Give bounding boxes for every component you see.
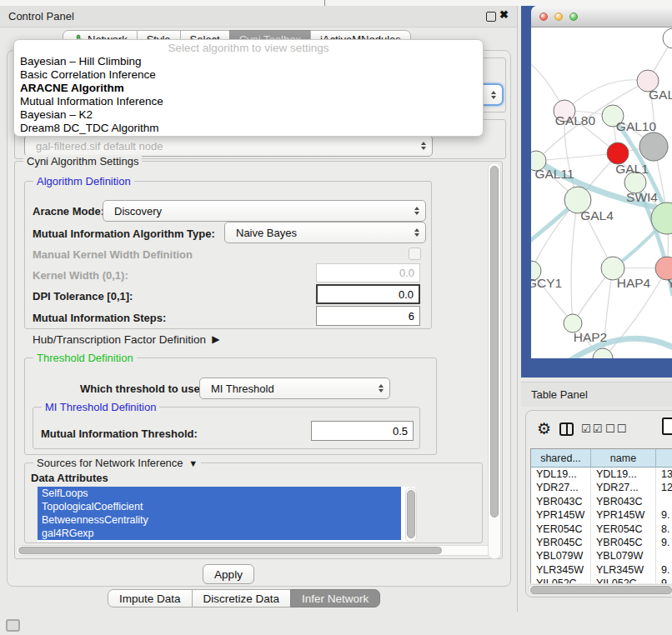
mi-threshold-field[interactable]: 0.5 <box>311 421 414 441</box>
algorithm-option-bayesian-k2[interactable]: Bayesian – K2 <box>14 108 483 122</box>
network-view-window[interactable]: GALGAL80GAL10GAL1GAL11SWI4GAL4GCY1HAP4YH… <box>521 6 672 378</box>
mi-threshold-label: Mutual Information Threshold: <box>41 428 198 440</box>
column-header-shared[interactable]: shared... <box>531 449 591 468</box>
table-cell[interactable]: YBL079W <box>591 549 656 562</box>
split-columns-icon[interactable] <box>559 422 574 436</box>
attribute-item-selfloops[interactable]: SelfLoops <box>38 487 401 500</box>
algorithm-option-aracne-algorithm[interactable]: ARACNE Algorithm <box>14 82 483 95</box>
minimized-panel-icon[interactable] <box>6 619 20 632</box>
network-combobox[interactable]: gal-filtered.sif default node <box>24 135 433 157</box>
network-graph[interactable]: GALGAL80GAL10GAL1GAL11SWI4GAL4GCY1HAP4YH… <box>531 28 672 358</box>
which-threshold-combobox[interactable]: MI Threshold <box>199 378 390 399</box>
settings-horizontal-scrollbar[interactable] <box>16 545 494 556</box>
attribute-item-topologicalcoefficient[interactable]: TopologicalCoefficient <box>38 500 401 513</box>
hub-definition-toggle[interactable]: Hub/Transcription Factor Definition ▶ <box>33 333 219 346</box>
table-row[interactable]: YPR145WYPR145W9. <box>531 508 672 522</box>
settings-vertical-scrollbar[interactable] <box>488 162 501 559</box>
node-label-gal: GAL <box>649 88 672 102</box>
table-cell[interactable]: YIL052C <box>531 577 591 583</box>
table-row[interactable]: YIL052CYIL052C9. <box>531 577 672 583</box>
column-header-name[interactable]: name <box>591 449 656 468</box>
table-cell[interactable]: YPR145W <box>531 508 591 522</box>
collapse-down-arrow-icon[interactable]: ▼ <box>186 458 198 468</box>
table-row[interactable]: YBR045CYBR045C9. <box>531 536 672 549</box>
node-attribute-table[interactable]: shared...nameA YDL19...YDL19...13YDR27..… <box>530 448 672 583</box>
float-window-icon[interactable] <box>486 12 496 22</box>
apply-button[interactable]: Apply <box>203 564 254 584</box>
table-row[interactable]: YBL079WYBL079W <box>531 549 672 562</box>
table-horizontal-scrollbar[interactable] <box>528 584 672 594</box>
table-cell[interactable]: YIL052C <box>591 577 656 583</box>
tab-infer-network[interactable]: Infer Network <box>290 589 380 608</box>
settings-group-title: Cyni Algorithm Settings <box>23 155 142 168</box>
table-cell[interactable]: 9. <box>656 577 672 583</box>
table-row[interactable]: YDR27...YDR27...12 <box>531 481 672 494</box>
table-cell[interactable]: YDL19... <box>591 468 656 481</box>
divider-tick <box>324 0 325 6</box>
column-header-a[interactable]: A <box>656 449 672 468</box>
algorithm-option-bayesian-hill-climbing[interactable]: Bayesian – Hill Climbing <box>14 55 483 68</box>
table-panel-title: Table Panel <box>531 388 588 401</box>
attribute-list-scrollbar[interactable] <box>405 488 417 542</box>
table-row[interactable]: YLR345WYLR345W9. <box>531 563 672 577</box>
aracne-mode-combobox[interactable]: Discovery <box>103 200 426 222</box>
dpi-tolerance-field[interactable]: 0.0 <box>316 284 420 304</box>
checkbox-pair-checked-icon[interactable]: ☑☑ <box>581 422 604 435</box>
table-cell[interactable]: YPR145W <box>591 508 656 522</box>
mi-type-combobox[interactable]: Naive Bayes <box>224 222 426 243</box>
table-cell[interactable]: YBR043C <box>591 495 656 508</box>
table-header-row[interactable]: shared...nameA <box>531 449 672 468</box>
algorithm-option-dream8-dc-tdc-algorithm[interactable]: Dream8 DC_TDC Algorithm <box>14 122 483 135</box>
table-row[interactable]: YDL19...YDL19...13 <box>531 468 672 481</box>
gear-icon[interactable]: ⚙ <box>537 419 551 438</box>
close-icon[interactable]: ✖ <box>499 8 509 21</box>
table-cell[interactable]: 8. <box>656 522 672 536</box>
kernel-width-field[interactable]: 0.0 <box>316 263 420 282</box>
table-cell[interactable]: YDR27... <box>591 481 656 494</box>
table-cell[interactable] <box>656 495 672 508</box>
close-traffic-light-icon[interactable] <box>539 12 548 21</box>
tab-discretize-data[interactable]: Discretize Data <box>192 589 292 608</box>
mi-steps-field[interactable]: 6 <box>316 306 420 326</box>
dpi-tolerance-label: DPI Tolerance [0,1]: <box>33 290 133 302</box>
algorithm-option-mutual-information-inference[interactable]: Mutual Information Inference <box>14 95 483 108</box>
sources-group-title[interactable]: Sources for Network Inference ▼ <box>33 457 201 469</box>
table-cell[interactable]: YBR045C <box>531 536 591 549</box>
algorithm-option-basic-correlation-inference[interactable]: Basic Correlation Inference <box>14 68 483 82</box>
table-cell[interactable]: YDR27... <box>531 481 591 494</box>
table-cell[interactable]: YBR043C <box>531 495 591 508</box>
manual-kernel-checkbox[interactable] <box>409 248 421 260</box>
table-cell[interactable]: YBL079W <box>531 549 591 562</box>
table-cell[interactable]: YBR045C <box>591 536 656 549</box>
document-icon[interactable] <box>662 418 672 435</box>
network-canvas[interactable]: GALGAL80GAL10GAL1GAL11SWI4GAL4GCY1HAP4YH… <box>531 28 672 358</box>
table-body[interactable]: YDL19...YDL19...13YDR27...YDR27...12YBR0… <box>531 468 672 583</box>
attribute-item-gal4rgexp[interactable]: gal4RGexp <box>38 527 401 540</box>
table-cell[interactable]: YLR345W <box>591 563 656 577</box>
network-window-titlebar[interactable] <box>531 6 672 28</box>
node-top-partial[interactable] <box>663 28 672 48</box>
zoom-traffic-light-icon[interactable] <box>569 12 578 21</box>
tab-impute-data[interactable]: Impute Data <box>108 589 193 608</box>
table-cell[interactable]: 13 <box>656 468 672 481</box>
table-cell[interactable]: YER054C <box>531 522 591 536</box>
table-cell[interactable]: YLR345W <box>531 563 591 577</box>
expand-right-arrow-icon[interactable]: ▶ <box>209 333 220 345</box>
checkbox-pair-unchecked-icon[interactable]: ☐☐ <box>605 422 628 435</box>
table-cell[interactable]: 9. <box>656 536 672 549</box>
mi-steps-value: 6 <box>409 310 414 322</box>
table-cell[interactable]: 9. <box>656 563 672 577</box>
data-attributes-list[interactable]: SelfLoopsTopologicalCoefficientBetweenne… <box>38 487 415 542</box>
node-hub-gray[interactable] <box>639 132 668 161</box>
table-cell[interactable]: YER054C <box>591 522 656 536</box>
data-attributes-label: Data Attributes <box>31 472 108 484</box>
table-cell[interactable]: YDL19... <box>531 468 591 481</box>
table-cell[interactable] <box>656 549 672 562</box>
node-label-y: Y <box>667 276 672 290</box>
table-cell[interactable]: 12 <box>656 481 672 494</box>
table-row[interactable]: YER054CYER054C8. <box>531 522 672 536</box>
table-row[interactable]: YBR043CYBR043C <box>531 495 672 508</box>
minimize-traffic-light-icon[interactable] <box>554 12 563 21</box>
attribute-item-betweennesscentrality[interactable]: BetweennessCentrality <box>38 513 401 527</box>
table-cell[interactable]: 9. <box>656 508 672 522</box>
